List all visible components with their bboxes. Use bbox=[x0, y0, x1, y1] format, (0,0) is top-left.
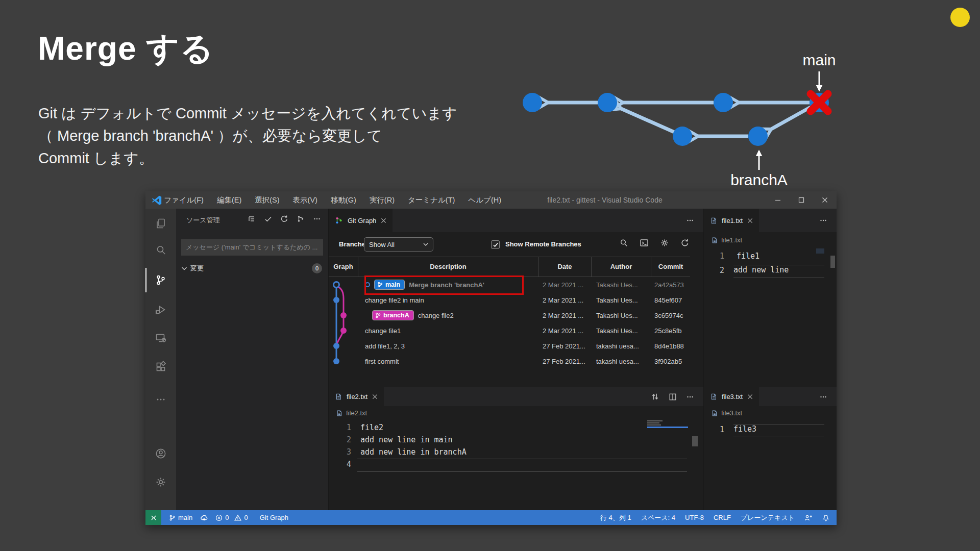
vertical-scrollbar[interactable] bbox=[692, 436, 698, 446]
tab-file3[interactable]: file3.txt bbox=[704, 387, 760, 406]
sync-icon[interactable] bbox=[200, 514, 208, 521]
current-line-highlight[interactable] bbox=[357, 459, 687, 472]
commit-date: 27 Feb 2021... bbox=[538, 342, 591, 350]
commit-message-input[interactable]: メッセージ ('main' でコミットするための ... bbox=[181, 239, 323, 256]
menu-terminal[interactable]: ターミナル(T) bbox=[408, 195, 455, 205]
file2-editor-pane: file2.txt file2.txt 1 2 3 4 file2 add ne… bbox=[328, 387, 703, 510]
column-header[interactable]: Description bbox=[358, 257, 538, 277]
code-line[interactable]: file1 bbox=[737, 252, 760, 261]
breadcrumb[interactable]: file3.txt bbox=[711, 409, 742, 417]
git-graph-tabbar: Git Graph bbox=[329, 209, 703, 232]
page-title: Merge する bbox=[38, 27, 214, 71]
statusbar-branch[interactable]: main bbox=[169, 514, 192, 521]
menu-help[interactable]: ヘルプ(H) bbox=[468, 195, 501, 205]
current-line-highlight[interactable]: add new line bbox=[733, 265, 824, 278]
more-icon[interactable] bbox=[155, 393, 167, 406]
slide-body-text: Git は デフォルトで Commit メッセージを入れてくれています （ Me… bbox=[38, 102, 457, 169]
vscode-window: ファイル(F) 編集(E) 選択(S) 表示(V) 移動(G) 実行(R) ター… bbox=[145, 191, 837, 525]
minimap[interactable] bbox=[647, 420, 688, 428]
remote-indicator-icon[interactable] bbox=[145, 510, 161, 525]
source-control-icon[interactable] bbox=[155, 274, 167, 286]
more-icon[interactable] bbox=[819, 393, 827, 401]
git-graph-icon[interactable] bbox=[297, 215, 305, 223]
vertical-scrollbar[interactable] bbox=[830, 256, 835, 268]
tab-file1[interactable]: file1.txt bbox=[704, 209, 760, 232]
git-graph-actions bbox=[619, 238, 690, 247]
close-icon[interactable] bbox=[381, 218, 386, 223]
commit-row[interactable]: add file1, 2, 3 27 Feb 2021... takashi u… bbox=[358, 338, 690, 354]
compare-icon[interactable] bbox=[651, 392, 659, 401]
commit-description: first commit bbox=[365, 358, 399, 365]
gear-icon[interactable] bbox=[660, 238, 669, 247]
column-header[interactable]: Commit bbox=[651, 257, 690, 277]
current-line-highlight[interactable]: file3 bbox=[733, 424, 824, 437]
code-line[interactable]: file2 bbox=[360, 423, 383, 432]
statusbar-cursor-position[interactable]: 行 4、列 1 bbox=[600, 513, 631, 522]
more-icon[interactable] bbox=[819, 216, 827, 224]
files-icon[interactable] bbox=[155, 217, 167, 230]
git-graph-tab-icon bbox=[335, 216, 343, 224]
statusbar-problems[interactable]: 0 0 bbox=[215, 514, 248, 521]
active-view-indicator bbox=[145, 268, 146, 292]
branches-dropdown[interactable]: Show All bbox=[364, 237, 433, 252]
statusbar-encoding[interactable]: UTF-8 bbox=[685, 514, 704, 521]
search-icon[interactable] bbox=[619, 238, 628, 247]
menu-edit[interactable]: 編集(E) bbox=[217, 195, 241, 205]
refresh-icon[interactable] bbox=[680, 238, 690, 247]
search-icon[interactable] bbox=[155, 244, 167, 256]
menu-view[interactable]: 表示(V) bbox=[293, 195, 317, 205]
list-icon[interactable] bbox=[248, 215, 256, 223]
breadcrumb[interactable]: file1.txt bbox=[711, 236, 742, 244]
file-icon bbox=[710, 393, 717, 400]
commit-row[interactable]: change file1 2 Mar 2021 ... Takashi Ues.… bbox=[358, 323, 690, 338]
terminal-icon[interactable] bbox=[640, 238, 649, 247]
commit-row[interactable]: branchA change file2 2 Mar 2021 ... Taka… bbox=[358, 308, 690, 323]
split-editor-icon[interactable] bbox=[669, 393, 677, 401]
check-icon[interactable] bbox=[264, 215, 272, 223]
menu-run[interactable]: 実行(R) bbox=[370, 195, 395, 205]
statusbar-indentation[interactable]: スペース: 4 bbox=[641, 513, 675, 522]
tab-file2[interactable]: file2.txt bbox=[329, 387, 384, 406]
minimize-icon[interactable] bbox=[766, 191, 790, 209]
breadcrumb[interactable]: file2.txt bbox=[336, 409, 367, 417]
close-icon[interactable] bbox=[372, 394, 378, 399]
changes-count-badge: 0 bbox=[312, 263, 322, 273]
remote-explorer-icon[interactable] bbox=[155, 332, 167, 344]
column-header[interactable]: Author bbox=[591, 257, 651, 277]
branch-badge-brancha[interactable]: branchA bbox=[372, 310, 414, 320]
close-icon[interactable] bbox=[813, 191, 837, 209]
feedback-icon[interactable] bbox=[804, 514, 813, 521]
branches-dropdown-value: Show All bbox=[369, 241, 395, 248]
status-bar: main 0 0 Git Graph 行 4、列 1 スペース: 4 UTF-8… bbox=[145, 510, 837, 525]
minimap-slider[interactable] bbox=[647, 427, 688, 428]
menu-go[interactable]: 移動(G) bbox=[331, 195, 356, 205]
statusbar-eol[interactable]: CRLF bbox=[714, 514, 731, 521]
code-line[interactable]: add new line in main bbox=[360, 435, 453, 444]
column-header[interactable]: Graph bbox=[329, 257, 358, 277]
more-icon[interactable] bbox=[686, 393, 694, 401]
git-graph-pane: Git Graph Branches: Show All Show Remote… bbox=[328, 209, 703, 387]
close-icon[interactable] bbox=[747, 218, 753, 223]
close-icon[interactable] bbox=[747, 394, 753, 399]
more-icon[interactable] bbox=[313, 215, 321, 223]
maximize-icon[interactable] bbox=[790, 191, 813, 209]
show-remote-checkbox[interactable] bbox=[491, 240, 500, 249]
minimap[interactable] bbox=[816, 248, 824, 254]
changes-section-row[interactable]: 変更 0 bbox=[176, 262, 328, 275]
bell-icon[interactable] bbox=[822, 514, 829, 521]
settings-icon[interactable] bbox=[155, 476, 167, 488]
menu-selection[interactable]: 選択(S) bbox=[255, 195, 279, 205]
more-icon[interactable] bbox=[686, 216, 694, 224]
statusbar-language[interactable]: プレーンテキスト bbox=[741, 513, 795, 522]
chevron-down-icon bbox=[423, 242, 428, 246]
menu-file[interactable]: ファイル(F) bbox=[164, 195, 204, 205]
debug-icon[interactable] bbox=[155, 304, 167, 316]
commit-row[interactable]: first commit 27 Feb 2021... takashi uesa… bbox=[358, 354, 690, 369]
code-line[interactable]: add new line in branchA bbox=[360, 447, 467, 457]
statusbar-git-graph[interactable]: Git Graph bbox=[260, 514, 288, 521]
refresh-icon[interactable] bbox=[280, 215, 288, 223]
extensions-icon[interactable] bbox=[155, 361, 167, 373]
tab-git-graph[interactable]: Git Graph bbox=[329, 209, 393, 232]
account-icon[interactable] bbox=[155, 447, 167, 460]
column-header[interactable]: Date bbox=[538, 257, 591, 277]
